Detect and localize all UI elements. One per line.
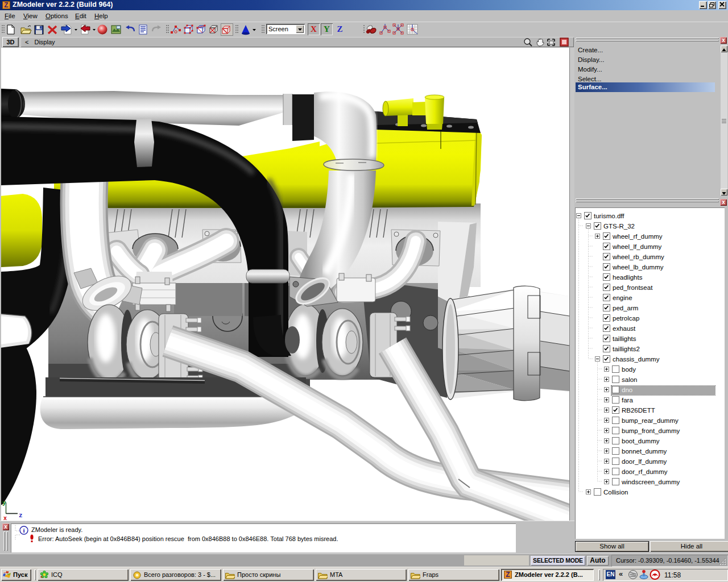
svg-text:z: z [19, 512, 23, 519]
svg-text:x: x [3, 516, 7, 521]
svg-text:i: i [23, 527, 24, 534]
svg-text:y: y [2, 500, 6, 506]
